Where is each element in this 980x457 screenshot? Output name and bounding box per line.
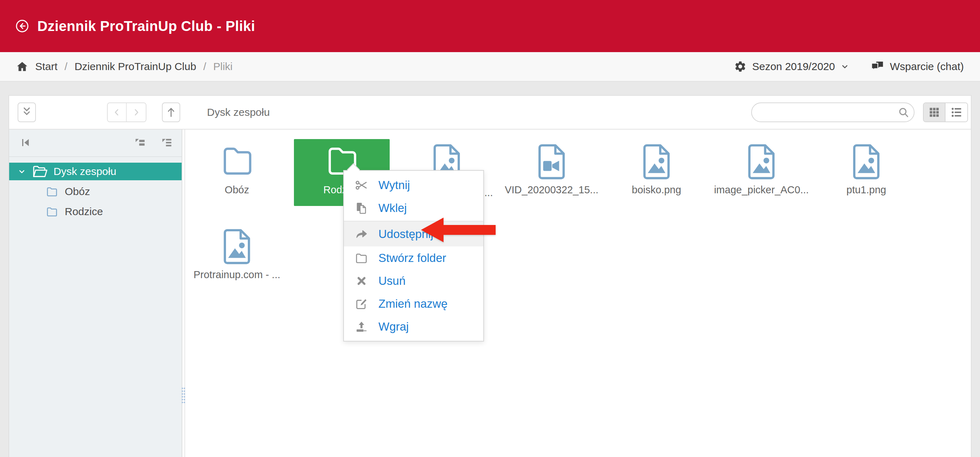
support-label: Wsparcie (chat) — [890, 61, 964, 73]
menu-item-wytnij[interactable]: Wytnij — [344, 174, 483, 196]
chat-icon — [871, 61, 884, 73]
open-folder-icon — [32, 165, 48, 178]
app-header: Dziennik ProTrainUp Club - Pliki — [0, 0, 980, 52]
menu-item-label: Wklej — [379, 201, 407, 215]
image-file-icon — [189, 224, 285, 267]
current-location-label: Dysk zespołu — [207, 96, 270, 129]
list-view-icon — [950, 106, 963, 118]
grid-view-icon — [928, 106, 940, 118]
expand-all-button[interactable] — [18, 102, 36, 122]
search-icon[interactable] — [893, 106, 914, 118]
gear-icon — [734, 60, 747, 73]
image-file-icon — [609, 139, 705, 182]
menu-item-label: Stwórz folder — [379, 252, 446, 265]
season-selector[interactable]: Sezon 2019/2020 — [734, 60, 849, 73]
file-manager-panel: Dysk zespołu — [8, 95, 972, 457]
share-icon — [354, 227, 369, 241]
fm-toolbar: Dysk zespołu — [9, 96, 971, 129]
grid-view-button[interactable] — [924, 103, 945, 121]
file-label: ptu1.png — [818, 184, 914, 196]
history-nav-group — [107, 102, 146, 122]
breadcrumb-separator: / — [64, 61, 67, 73]
menu-item-zmien-nazwe[interactable]: Zmień nazwę — [344, 292, 483, 315]
x-icon — [354, 275, 369, 287]
breadcrumb-bar: Start / Dziennik ProTrainUp Club / Pliki… — [0, 52, 980, 82]
folder-icon — [189, 139, 285, 182]
topbar-right: Sezon 2019/2020 Wsparcie (chat) — [734, 60, 964, 73]
arrow-up-icon — [166, 106, 176, 118]
breadcrumb-item-start[interactable]: Start — [35, 61, 57, 73]
menu-item-label: Usuń — [379, 274, 406, 288]
sidebar-resize-handle[interactable] — [181, 386, 185, 403]
home-icon[interactable] — [16, 61, 28, 73]
scissors-icon — [354, 178, 369, 192]
view-toggle-group — [923, 102, 968, 122]
menu-item-stworz-folder[interactable]: Stwórz folder — [344, 247, 483, 269]
season-label: Sezon 2019/2020 — [752, 61, 835, 73]
back-button[interactable] — [108, 103, 127, 121]
fm-body: Dysk zespołu Obóz — [9, 129, 971, 457]
breadcrumb: Start / Dziennik ProTrainUp Club / Pliki — [16, 61, 233, 73]
paste-icon — [354, 201, 369, 215]
menu-item-wgraj[interactable]: Wgraj — [344, 315, 483, 338]
list-view-button[interactable] — [945, 103, 967, 121]
chevron-down-icon — [841, 62, 849, 71]
new-folder-icon — [354, 251, 369, 265]
upload-icon — [354, 320, 369, 334]
grid-item-image-ptu1[interactable]: ptu1.png — [818, 139, 914, 196]
rename-icon — [354, 297, 369, 311]
folder-icon — [45, 185, 59, 198]
context-menu: Wytnij Wklej Udostępnij Stwórz folder — [343, 170, 484, 342]
grid-item-image-protrainup[interactable]: Protrainup.com - ... — [189, 224, 285, 280]
tree-item-label: Rodzice — [65, 205, 103, 218]
tree-item-oboz[interactable]: Obóz — [9, 183, 181, 200]
menu-item-label: Wgraj — [379, 320, 409, 333]
grid-item-image-boisko[interactable]: boisko.png — [609, 139, 705, 196]
grid-item-image-imagepicker[interactable]: image_picker_AC0... — [714, 139, 809, 196]
page-title: Dziennik ProTrainUp Club - Pliki — [37, 18, 255, 34]
collapse-sidebar-icon[interactable] — [21, 137, 31, 149]
tree-item-label: Dysk zespołu — [54, 166, 116, 177]
grid-item-folder-oboz[interactable]: Obóz — [189, 139, 285, 196]
folder-tree: Dysk zespołu Obóz — [9, 157, 181, 220]
forward-button[interactable] — [127, 103, 146, 121]
breadcrumb-item-club[interactable]: Dziennik ProTrainUp Club — [75, 61, 196, 73]
folder-tree-sidebar: Dysk zespołu Obóz — [9, 129, 182, 457]
breadcrumb-separator: / — [203, 61, 206, 73]
tree-item-dysk-zespolu[interactable]: Dysk zespołu — [9, 162, 181, 180]
search-input[interactable] — [752, 107, 893, 118]
tree-collapse-all-icon[interactable] — [134, 138, 146, 149]
search-box — [751, 102, 915, 122]
breadcrumb-item-pliki: Pliki — [213, 61, 233, 73]
video-file-icon — [504, 139, 600, 182]
file-label: boisko.png — [609, 184, 705, 196]
image-file-icon — [818, 139, 914, 182]
chevron-down-icon[interactable] — [17, 167, 27, 177]
back-circle-icon[interactable] — [16, 19, 29, 33]
grid-item-video-vid20200322[interactable]: VID_20200322_15... — [504, 139, 600, 196]
tree-item-label: Obóz — [65, 186, 90, 197]
double-chevron-down-icon — [21, 106, 32, 118]
up-directory-button[interactable] — [162, 102, 180, 122]
tree-expand-all-icon[interactable] — [161, 138, 172, 149]
file-grid-area: Obóz Rodzice — [185, 129, 971, 457]
sidebar-header — [9, 129, 181, 157]
file-label: Obóz — [189, 184, 285, 196]
file-label: Protrainup.com - ... — [189, 269, 285, 280]
folder-icon — [45, 205, 59, 218]
tree-item-rodzice[interactable]: Rodzice — [9, 203, 181, 220]
menu-item-label: Wytnij — [379, 178, 410, 192]
file-label: image_picker_AC0... — [714, 184, 809, 196]
image-file-icon — [714, 139, 809, 182]
red-annotation-arrow — [421, 215, 496, 244]
menu-item-usun[interactable]: Usuń — [344, 269, 483, 292]
support-chat-link[interactable]: Wsparcie (chat) — [871, 61, 964, 73]
menu-item-label: Zmień nazwę — [379, 297, 447, 311]
file-label: VID_20200322_15... — [504, 184, 600, 196]
